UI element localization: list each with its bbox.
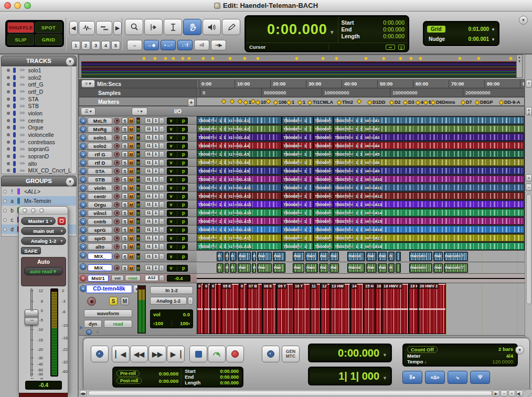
audio-clip[interactable]: TB0067== 1 1 t1==-01.A9 bbox=[197, 167, 282, 175]
conductor-button[interactable]: Ψ bbox=[470, 371, 490, 384]
audio-clip[interactable]: TB0067== 1 1 t1==-01.A2 bbox=[197, 125, 282, 133]
audio-clip[interactable]: TB0068== 1 bbox=[282, 116, 313, 124]
audio-clip[interactable]: 12 bbox=[321, 283, 330, 334]
audio-clip[interactable]: 14 bbox=[350, 283, 364, 334]
audio-zoom-button[interactable] bbox=[79, 21, 95, 35]
volume-pan-display[interactable]: vp bbox=[167, 243, 188, 250]
solo-button[interactable]: S bbox=[122, 210, 128, 216]
track-lane[interactable]: TB0067== 1 1 t1==-01.A11 TB0068== 1 TB00… bbox=[197, 184, 525, 192]
mute-button[interactable]: M bbox=[128, 218, 134, 224]
audio-clip[interactable]: TB0067== 1 1 t1==-01.A13 bbox=[197, 200, 282, 208]
track-options-icon[interactable]: ▾ bbox=[80, 243, 87, 250]
marker-diamond-icon[interactable] bbox=[251, 99, 256, 104]
record-enable-button[interactable] bbox=[114, 235, 120, 241]
record-enable-button[interactable] bbox=[114, 160, 120, 166]
input-assignment[interactable]: I1 bbox=[145, 168, 153, 174]
zoom-window-icon[interactable] bbox=[39, 208, 44, 213]
input-assignment[interactable]: I1 bbox=[145, 253, 153, 260]
audio-clip[interactable]: TB0069=: bbox=[313, 116, 333, 124]
solo-button[interactable]: S bbox=[122, 193, 128, 199]
record-enable-button[interactable] bbox=[114, 219, 120, 224]
input-assignment[interactable]: I1 bbox=[145, 210, 153, 216]
volume-stepper[interactable]: ↕ bbox=[159, 210, 164, 216]
track-lane[interactable]: TB0067== 1 1 t1==-01.A4 TB0068== 1 TB006… bbox=[197, 142, 525, 150]
universe-view[interactable]: ▲▼ bbox=[79, 55, 523, 78]
track-name[interactable]: alto bbox=[88, 243, 112, 250]
waveform-zoom-in-button[interactable]: » bbox=[526, 174, 532, 181]
audio-clip[interactable]: 15 H bbox=[364, 283, 375, 334]
audio-clip[interactable]: Hae bbox=[257, 252, 272, 261]
master-volume-display[interactable]: -0.4 bbox=[167, 275, 190, 282]
audio-clip[interactable]: TB0068== 1 bbox=[282, 158, 313, 166]
volume-stepper[interactable]: ↕ bbox=[159, 143, 164, 149]
audio-clip[interactable] bbox=[396, 263, 401, 273]
transport-main-counter[interactable]: 0:00.000▼ bbox=[308, 344, 392, 362]
scroll-to-edit-button[interactable]: ◀▏ bbox=[516, 390, 523, 396]
volume-stepper[interactable]: ↕ bbox=[159, 235, 164, 241]
vertical-scrollbar[interactable] bbox=[526, 194, 531, 304]
audio-clip[interactable]: TB0068== 1 bbox=[282, 192, 313, 200]
track-list-item[interactable]: ⊦⊦⊦ sopranD bbox=[2, 153, 76, 160]
zoomer-tool[interactable] bbox=[125, 19, 143, 35]
mute-button[interactable]: M bbox=[128, 117, 134, 124]
track-name[interactable]: Orgu bbox=[88, 201, 112, 208]
audio-clip[interactable]: 18 HWV 2 bbox=[382, 283, 409, 334]
mute-button[interactable]: M bbox=[128, 253, 134, 260]
audio-clip[interactable]: Hae bbox=[238, 252, 251, 261]
audio-clip[interactable]: TB0070== 1 1 t4==.A17 bbox=[333, 234, 525, 242]
mute-button[interactable]: M bbox=[128, 151, 134, 157]
volume-pan-display[interactable]: vol0.0 ‹100100› bbox=[150, 309, 193, 328]
samples-ruler[interactable]: Samples 05000000010000000015000000020000… bbox=[79, 88, 525, 97]
track-lane[interactable]: TB0067== 1 1 t1==-01.A17 TB0068== 1 TB00… bbox=[197, 234, 525, 242]
mute-button[interactable]: M bbox=[128, 126, 134, 132]
safe-button[interactable]: SAFE bbox=[21, 247, 41, 254]
audio-clip[interactable]: TB0070== 1 1 t4==.A6 bbox=[333, 158, 525, 166]
mute-button[interactable]: M bbox=[128, 227, 134, 233]
audio-clip[interactable]: TB0070== 1 1 t4==.A15 bbox=[333, 217, 525, 225]
count-off-value[interactable]: 2 bars bbox=[498, 346, 513, 353]
track-options-icon[interactable]: ▾ bbox=[80, 159, 87, 166]
marker-diamond-icon[interactable] bbox=[389, 100, 395, 105]
marker-diamond-icon[interactable] bbox=[499, 100, 504, 105]
volume-pan-display[interactable]: vp bbox=[167, 193, 188, 200]
output-assignment[interactable]: 1 bbox=[153, 193, 159, 199]
track-name[interactable]: sprD bbox=[88, 235, 112, 242]
audio-clip[interactable]: Hai bbox=[329, 252, 339, 261]
main-counter[interactable]: 0:00.000▼ bbox=[246, 17, 338, 42]
link-timeline-edit-button[interactable]: ▪→▫ bbox=[161, 40, 176, 50]
minimize-icon[interactable] bbox=[31, 208, 36, 213]
volume-view-button[interactable]: vol bbox=[111, 275, 124, 281]
marker-diamond-icon[interactable] bbox=[475, 100, 480, 105]
group-list-item[interactable]: ! <ALL> bbox=[2, 187, 76, 196]
audio-clip[interactable]: Hae bbox=[293, 263, 304, 273]
elastic-audio-button[interactable]: dyn bbox=[84, 320, 102, 328]
track-options-icon[interactable]: ▾ bbox=[80, 126, 87, 133]
record-enable-button[interactable] bbox=[114, 202, 120, 208]
record-enable-button[interactable] bbox=[114, 253, 120, 259]
edit-mode-button[interactable]: SLIP bbox=[7, 34, 34, 45]
input-assignment[interactable]: I1 bbox=[145, 265, 153, 271]
audio-clip[interactable]: TB0068== 1 bbox=[282, 175, 313, 183]
output-assignment[interactable]: 1 bbox=[153, 117, 159, 124]
marker[interactable]: D6Dmns bbox=[431, 100, 455, 105]
automation-mode-button[interactable]: read bbox=[125, 275, 141, 281]
clip-list-icon[interactable]: ▯ bbox=[398, 45, 405, 50]
audio-clip[interactable]: TB0070== 1 1 t4==.A13 bbox=[333, 200, 525, 208]
audio-clip[interactable]: H bbox=[388, 263, 395, 273]
track-options-icon[interactable]: ▾ bbox=[80, 185, 87, 191]
insertion-follows-playback-button[interactable]: ⇥▶ bbox=[211, 40, 226, 50]
output-assignment-selector[interactable]: Analog 1-2▼ bbox=[21, 237, 66, 245]
audio-clip[interactable]: TB0069=: bbox=[313, 142, 333, 149]
track-options-icon[interactable]: ▾ bbox=[80, 263, 87, 270]
track-list-item[interactable]: ⊦⊦⊦ Orgue bbox=[2, 124, 76, 132]
marker[interactable]: 4 bbox=[416, 100, 423, 105]
audio-clip[interactable]: H bbox=[217, 252, 224, 261]
edit-mode-button[interactable]: SPOT bbox=[35, 22, 62, 33]
marker[interactable]: D8GP bbox=[475, 100, 493, 105]
tempo-label[interactable]: Tempo ♩ bbox=[407, 359, 430, 364]
track-list-item[interactable]: ⊦⊦⊦ ortf_D bbox=[2, 88, 76, 95]
track-list-name[interactable]: solo1 bbox=[28, 67, 41, 73]
output-assignment[interactable]: 1 bbox=[153, 235, 159, 241]
marker[interactable]: 1 bbox=[244, 100, 251, 105]
track-name[interactable]: MIX_ bbox=[88, 253, 112, 260]
